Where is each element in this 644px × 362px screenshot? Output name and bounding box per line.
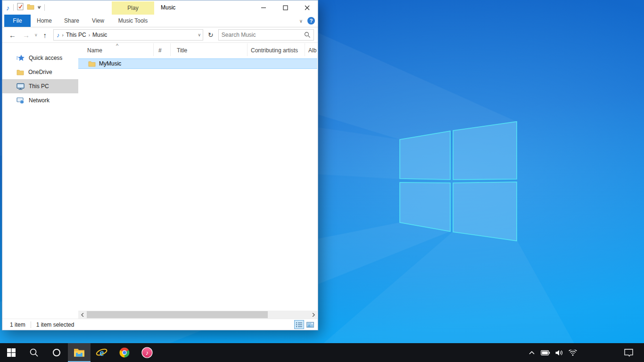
sort-ascending-caret-icon: ^ [116,43,118,49]
view-toggles [294,320,315,329]
details-view-icon [296,322,303,328]
itunes-button[interactable]: ♪ [136,343,158,362]
action-center-icon [624,349,633,357]
action-center-button[interactable] [619,343,638,362]
sidebar-item-quick-access[interactable]: Quick access [2,51,78,65]
quick-access-toolbar: ♪ [6,0,45,15]
large-icons-view-icon [306,322,314,328]
scrollbar-thumb[interactable] [87,311,268,318]
file-row-mymusic-selected[interactable]: MyMusic [78,58,317,69]
hidden-icons-chevron-icon[interactable] [527,343,537,362]
music-note-icon: ♪ [6,4,10,11]
network-icon [17,97,25,104]
column-header-title[interactable]: Title [171,43,248,56]
back-button[interactable]: ← [9,32,16,39]
search-box [218,29,314,41]
sidebar-item-label: Network [29,97,50,104]
sidebar-item-onedrive[interactable]: OneDrive [2,65,78,79]
tab-home[interactable]: Home [31,15,58,27]
up-button[interactable]: ↑ [43,32,47,39]
title-bar: ♪ Play Music [2,0,318,15]
customize-qat-caret-icon[interactable] [38,6,41,9]
maximize-button[interactable] [274,0,296,15]
tab-view[interactable]: View [85,15,111,27]
cortana-ring-icon [52,348,61,357]
search-icon[interactable] [304,32,311,38]
battery-icon[interactable] [540,343,551,362]
navigation-pane: Quick access OneDrive This PC Network [2,43,78,311]
sidebar-item-network[interactable]: Network [2,93,78,107]
cortana-button[interactable] [45,343,68,362]
window-title: Music [161,0,175,15]
music-note-icon: ♪ [57,32,60,38]
file-name: MyMusic [99,60,121,67]
selection-count: 1 item selected [36,321,74,328]
sidebar-item-label: This PC [29,83,49,90]
sidebar-item-label: Quick access [29,55,62,61]
separator [13,4,14,11]
volume-icon[interactable] [554,343,564,362]
separator [31,321,31,328]
close-button[interactable] [296,0,318,15]
column-header-contributing-artists[interactable]: Contributing artists [248,43,305,56]
tab-file[interactable]: File [4,15,31,27]
sidebar-item-this-pc[interactable]: This PC [2,79,78,93]
chrome-button[interactable] [113,343,136,362]
chrome-icon [119,347,130,358]
scroll-left-arrow-icon[interactable] [78,311,86,319]
help-button[interactable]: ? [307,17,315,25]
quick-access-star-icon [17,54,25,62]
separator [44,4,45,11]
taskbar-file-explorer-button[interactable] [68,343,91,362]
horizontal-scrollbar[interactable] [78,311,317,319]
file-list-area: ^ Name # Title Contributing artists Alb … [78,43,317,311]
recent-locations-chevron-icon[interactable]: ∨ [34,33,38,37]
contextual-tab-play[interactable]: Play [112,1,154,15]
ribbon-tab-row: File Home Share View Music Tools ∨ ? [2,15,318,27]
itunes-icon: ♪ [141,347,153,358]
folder-icon [17,69,24,75]
status-bar: 1 item 1 item selected [2,319,318,330]
breadcrumb-music[interactable]: Music [92,32,107,38]
wifi-icon[interactable] [568,343,578,362]
taskbar: e ♪ [0,343,644,362]
address-dropdown-chevron-icon[interactable]: ∨ [198,33,201,37]
minimize-button[interactable] [253,0,274,15]
navigation-bar: ← → ∨ ↑ ♪ › This PC › Music ∨ ↻ [2,27,318,43]
svg-text:♪: ♪ [146,349,149,356]
address-bar[interactable]: ♪ › This PC › Music ∨ [53,29,203,41]
properties-check-icon[interactable] [17,3,24,12]
windows-logo-icon [7,348,16,357]
item-count: 1 item [10,321,25,328]
system-tray [527,343,578,362]
file-explorer-folder-icon [74,348,85,357]
breadcrumb-chevron-icon: › [62,33,64,38]
svg-text:e: e [100,347,104,358]
scroll-right-arrow-icon[interactable] [309,311,317,319]
start-button[interactable] [0,343,23,362]
column-header-number[interactable]: # [154,43,171,56]
large-icons-view-button[interactable] [305,320,315,329]
computer-monitor-icon [17,83,25,90]
breadcrumb-chevron-icon: › [89,33,90,38]
column-headers: ^ Name # Title Contributing artists Alb [78,43,317,56]
folder-icon [88,61,96,67]
refresh-button[interactable]: ↻ [208,31,214,39]
sidebar-item-label: OneDrive [28,69,52,75]
breadcrumb-this-pc[interactable]: This PC [66,32,86,38]
expand-ribbon-chevron-icon[interactable]: ∨ [299,18,303,24]
search-icon [29,348,39,357]
file-explorer-window: ♪ Play Music [2,0,318,330]
tab-share[interactable]: Share [58,15,85,27]
search-input[interactable] [222,32,304,38]
details-view-button[interactable] [294,320,304,329]
tab-music-tools[interactable]: Music Tools [112,15,154,27]
taskbar-search-button[interactable] [23,343,45,362]
new-folder-icon[interactable] [27,3,34,12]
internet-explorer-button[interactable]: e [91,343,113,362]
forward-button[interactable]: → [23,32,30,39]
ie-icon: e [96,346,108,359]
column-header-album[interactable]: Alb [305,43,317,56]
caption-buttons [253,0,318,15]
